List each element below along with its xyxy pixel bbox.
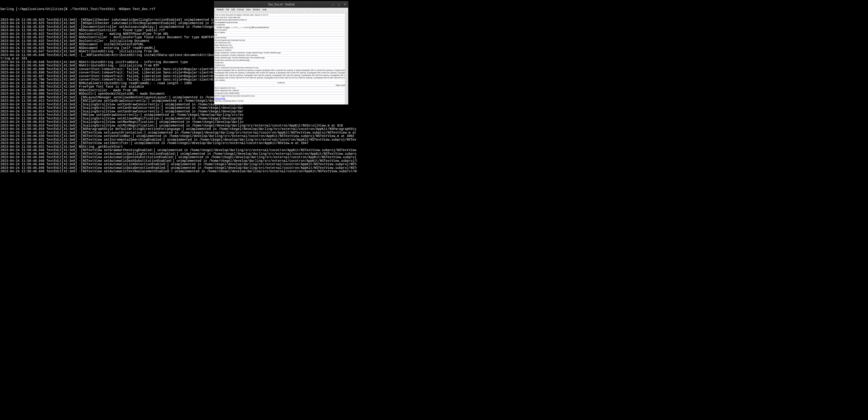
menu-file[interactable]: File	[225, 8, 230, 11]
doc-line: Centered.	[215, 82, 348, 84]
log-line: 2023-04-24 11:56:46.031 TextEdit[41:3e8]…	[0, 138, 356, 142]
doc-line: Some bold text. Some italic text.	[215, 17, 348, 19]
log-line: 2023-04-24 11:56:46.019 TextEdit[41:3e8]…	[0, 127, 356, 131]
close-button[interactable]: ✕	[343, 3, 346, 6]
doc-line: Composed chars (304B 309A):	[215, 92, 348, 95]
menu-edit[interactable]: Edit	[230, 8, 236, 11]
vertical-scrollbar[interactable]	[345, 14, 348, 104]
doc-line: Right Justified.	[215, 84, 348, 87]
textedit-window: Test_Doc.rtf - TextEdit — □ ✕ TextEditFi…	[214, 1, 348, 105]
doc-line: This is a test document for Apple's self…	[215, 14, 348, 17]
doc-line: Center TabsEvery Inch.	[215, 46, 348, 49]
doc-line: A paragraph with double line spacing. A …	[215, 72, 348, 74]
doc-line: `~!@#$%^&*()[]{}|\;:'",.<>/?+=_-–—×÷≠≤≥∞…	[215, 26, 348, 29]
doc-line: NOTE: Glyph info test has been removed f…	[215, 95, 348, 97]
log-line: 2023-04-24 11:56:46.046 TextEdit[41:3e8]…	[0, 152, 356, 156]
log-line: 2023-04-24 11:56:46.031 TextEdit[41:3e8]…	[0, 145, 356, 149]
minimize-button[interactable]: —	[331, 3, 335, 6]
log-line: 2023-04-24 11:56:46.046 TextEdit[41:3e8]…	[0, 163, 356, 166]
doc-line: Last line, everything back to normal.	[215, 100, 348, 102]
doc-line: abcdefghijklmnopqrstuvwxyz	[215, 21, 348, 24]
log-line: 2023-04-24 11:56:46.019 TextEdit[41:3e8]…	[0, 120, 356, 124]
doc-line: Left TabsEvery Inch.	[215, 42, 348, 44]
doc-line: 0123456789	[215, 24, 348, 26]
log-line: 2023-04-24 11:56:46.046 TextEdit[41:3e8]…	[0, 159, 356, 163]
doc-line: Decimal 0.2 12345.6	[215, 49, 348, 52]
log-line: 2023-04-24 11:56:46.031 TextEdit[41:3e8]…	[0, 141, 356, 145]
doc-line: Link to Apple.	[215, 97, 348, 100]
doc-line: Outlined text.	[215, 64, 348, 67]
doc-line: Some Japanese text now:	[215, 87, 348, 89]
log-line: 2023-04-24 11:56:46.019 TextEdit[41:3e8]…	[0, 124, 356, 128]
document-area[interactable]: This is a test document for Apple's self…	[214, 14, 348, 104]
maximize-button[interactable]: □	[337, 3, 340, 6]
log-line: 2023-04-24 11:56:46.014 TextEdit[41:3e8]…	[0, 106, 356, 110]
doc-line: A paragraph with at least 10pt and at mo…	[215, 77, 348, 79]
doc-line: ABCDEFGHIJKLMNOPQRSTUVWXYZ	[215, 19, 348, 21]
log-line: 2023-04-24 11:56:46.014 TextEdit[41:3e8]…	[0, 113, 356, 117]
doc-line: NOTE: Shadowed text test has been remove…	[215, 67, 348, 69]
log-line: 2023-04-24 11:56:46.046 TextEdit[41:3e8]…	[0, 166, 356, 170]
doc-line: Normal Superscript Subscript Normal.	[215, 39, 348, 42]
doc-line: Same Japanese text, outlined:	[215, 89, 348, 92]
log-line: 2023-04-24 11:56:46.019 TextEdit[41:3e8]…	[0, 131, 356, 135]
log-line: 2023-04-24 11:56:46.046 TextEdit[41:3e8]…	[0, 149, 356, 152]
doc-line: All of Helvetica	[215, 29, 348, 31]
log-line: 2023-04-24 11:56:46.046 TextEdit[41:3e8]…	[0, 170, 356, 172]
doc-line: Single Strikethrough. Double Strikethrou…	[215, 57, 348, 59]
doc-line: A paragraph with 10pt line spacing. A pa…	[215, 74, 348, 77]
doc-line: Left Justified.	[215, 79, 348, 82]
menubar: TextEditFileEditFormatViewWindowHelp	[214, 8, 348, 11]
menu-textedit[interactable]: TextEdit	[215, 8, 225, 11]
doc-line: A regular paragraph with no special line…	[215, 69, 348, 72]
ruler[interactable]	[214, 11, 348, 14]
menu-window[interactable]: Window	[252, 8, 261, 11]
log-line: 2023-04-24 11:56:46.046 TextEdit[41:3e8]…	[0, 156, 356, 159]
log-line: 2023-04-24 11:56:46.030 TextEdit[41:3e8]…	[0, 134, 356, 138]
log-line: 2023-04-24 11:56:46.018 TextEdit[41:3e8]…	[0, 117, 356, 121]
doc-line: Right TabsEvery Inch.	[215, 44, 348, 46]
window-title: Test_Doc.rtf - TextEdit	[268, 3, 294, 6]
doc-line: All of Zapfino	[215, 31, 348, 34]
titlebar[interactable]: Test_Doc.rtf - TextEdit — □ ✕	[214, 1, 348, 8]
doc-line: Loose kerning.	[215, 37, 348, 39]
doc-line: Purple text.	[215, 62, 348, 64]
menu-format[interactable]: Format	[236, 8, 245, 11]
menu-help[interactable]: Help	[261, 8, 268, 11]
menu-view[interactable]: View	[245, 8, 252, 11]
log-line: 2023-04-24 11:56:46.014 TextEdit[41:3e8]…	[0, 110, 356, 114]
doc-line: Single Underlined. Double Underlined. Si…	[215, 52, 348, 54]
doc-line: Single Blue underline and red strikethro…	[215, 59, 348, 62]
doc-line: Single Underlined. Double Underlined. Re…	[215, 54, 348, 57]
doc-line: red	[215, 34, 348, 36]
